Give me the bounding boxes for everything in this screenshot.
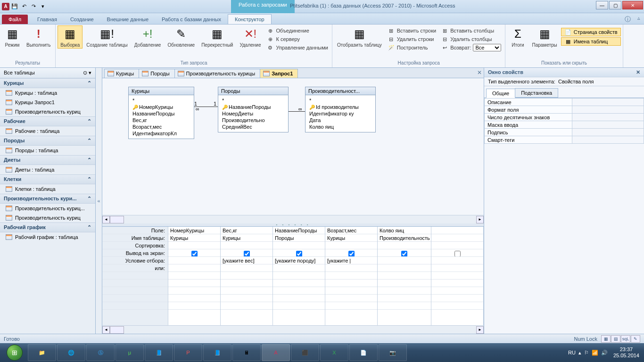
task-excel[interactable]: X: [320, 344, 348, 361]
table-names-button[interactable]: ▦Имена таблиц: [561, 37, 621, 46]
maketable-button[interactable]: ▦!Создание таблицы: [83, 25, 131, 49]
qat-more-icon[interactable]: ▾: [39, 2, 47, 11]
nav-item[interactable]: Производительность куриц...: [0, 204, 95, 213]
start-button[interactable]: ⊞: [2, 344, 27, 361]
nav-shutter-button[interactable]: «: [96, 68, 102, 334]
grid-column[interactable]: Вес,кг Курицы [укажите вес]: [221, 227, 273, 325]
parameters-button[interactable]: ▦Параметры: [529, 25, 560, 49]
doc-tab[interactable]: Производительность курицы: [174, 69, 261, 78]
grid-hscroll[interactable]: ◄ ►: [102, 325, 484, 334]
return-select[interactable]: Все: [473, 44, 501, 51]
show-checkbox[interactable]: [454, 251, 461, 257]
nav-item[interactable]: Курицы Запрос1: [0, 98, 95, 107]
ribbon-minimize-icon[interactable]: ▵: [637, 15, 640, 21]
prop-value[interactable]: [572, 129, 644, 136]
nav-item[interactable]: Клетки : таблица: [0, 184, 95, 194]
showtable-button[interactable]: ▦Отобразить таблицу: [334, 25, 385, 49]
scroll-left-icon[interactable]: ◄: [102, 216, 110, 223]
prop-tab-lookup[interactable]: Подстановка: [515, 88, 558, 98]
prop-value[interactable]: [572, 106, 644, 114]
help-icon[interactable]: ⓘ: [625, 15, 631, 24]
datasheet-view-button[interactable]: ▦: [601, 335, 611, 343]
tray-clock[interactable]: 23:37 25.05.2014: [611, 346, 642, 359]
file-tab[interactable]: Файл: [2, 15, 28, 24]
passthrough-button[interactable]: ⊕К серверу: [264, 35, 330, 43]
show-checkbox[interactable]: [296, 251, 302, 257]
grid-column[interactable]: [431, 227, 484, 325]
nav-group-header[interactable]: Производительность кури...⌃: [0, 194, 95, 204]
task-explorer[interactable]: 📁: [28, 344, 56, 361]
insert-cols-button[interactable]: ⊞Вставить столбцы: [439, 26, 503, 35]
view-button[interactable]: ▦ Режим: [2, 25, 23, 49]
run-button[interactable]: ! Выполнить: [24, 25, 53, 49]
property-sheet-button[interactable]: 📄Страница свойств: [561, 28, 621, 36]
maximize-button[interactable]: ▢: [609, 1, 621, 9]
table-box-kuritsy[interactable]: Курицы *🔑НомерКурицыНазваниеПородыВес,кг…: [128, 87, 194, 139]
task-calc[interactable]: 🖩: [232, 344, 261, 361]
relationship-diagram[interactable]: Курицы *🔑НомерКурицыНазваниеПородыВес,кг…: [102, 78, 484, 215]
doc-close-button[interactable]: ✕: [477, 69, 482, 76]
grid-column[interactable]: НазваниеПороды Породы [укажите породу]: [273, 227, 325, 325]
design-view-button[interactable]: sqL: [621, 335, 630, 343]
sql-view-button[interactable]: ▤: [611, 335, 620, 343]
delete-button[interactable]: ✕!Удаление: [237, 25, 264, 49]
nav-group-header[interactable]: Рабочий график⌃: [0, 222, 95, 232]
app-icon[interactable]: A: [2, 3, 9, 10]
nav-group-header[interactable]: Курицы⌃: [0, 78, 95, 88]
ddl-button[interactable]: ⚙Управление данными: [264, 43, 330, 52]
nav-dropdown-icon[interactable]: ⊙ ▾: [83, 70, 91, 76]
nav-item[interactable]: Производительность куриц: [0, 107, 95, 116]
design-view-button2[interactable]: ✎: [631, 335, 640, 343]
task-app3[interactable]: 📄: [349, 344, 378, 361]
delete-rows-button[interactable]: ⊟Удалить строки: [386, 35, 438, 43]
tray-up-icon[interactable]: ▴: [578, 350, 581, 356]
task-app1[interactable]: 📘: [145, 344, 173, 361]
scroll-right-icon[interactable]: ►: [476, 216, 484, 223]
table-box-proizvo[interactable]: Производительност... *🔑Id производителыИ…: [305, 87, 376, 132]
task-app2[interactable]: 📘: [203, 344, 231, 361]
append-button[interactable]: +!Добавление: [132, 25, 164, 49]
task-access[interactable]: A: [262, 344, 290, 361]
nav-item[interactable]: Курицы : таблица: [0, 88, 95, 98]
task-utorrent[interactable]: μ: [116, 344, 144, 361]
prop-value[interactable]: [572, 121, 644, 129]
nav-item[interactable]: Рабочий график : таблица: [0, 232, 95, 242]
nav-group-header[interactable]: Клетки⌃: [0, 174, 95, 184]
redo-icon[interactable]: ↷: [29, 2, 38, 11]
undo-icon[interactable]: ↶: [20, 2, 28, 11]
prop-tab-general[interactable]: Общие: [486, 89, 515, 98]
show-checkbox[interactable]: [244, 251, 250, 257]
nav-group-header[interactable]: Рабочие⌃: [0, 116, 95, 126]
tab-design[interactable]: Конструктор: [228, 14, 272, 24]
tab-dbtools[interactable]: Работа с базами данных: [155, 15, 228, 24]
tray-flag-icon[interactable]: ⚐: [584, 350, 589, 356]
scroll-thumb[interactable]: [110, 326, 124, 334]
totals-button[interactable]: ΣИтоги: [507, 25, 528, 49]
tab-home[interactable]: Главная: [31, 15, 64, 24]
minimize-button[interactable]: —: [596, 1, 608, 9]
prop-value[interactable]: [572, 136, 644, 144]
insert-rows-button[interactable]: ⊞Вставить строки: [386, 26, 438, 35]
nav-group-header[interactable]: Породы⌃: [0, 136, 95, 146]
builder-button[interactable]: 🪄Построитель: [386, 43, 438, 52]
grid-column[interactable]: Колво яиц Производительность: [378, 227, 431, 325]
close-button[interactable]: ✕: [622, 1, 643, 9]
grid-column[interactable]: НомерКурицы Курицы: [168, 227, 221, 325]
nav-header[interactable]: Все таблицы ⊙ ▾: [0, 68, 95, 78]
show-checkbox[interactable]: [191, 251, 198, 257]
nav-item[interactable]: Производительность куриц: [0, 213, 95, 222]
crosstab-button[interactable]: ▦Перекрестный: [198, 25, 236, 49]
tray-volume-icon[interactable]: 🔊: [601, 350, 608, 356]
prop-value[interactable]: [572, 99, 644, 106]
task-powerpoint[interactable]: P: [174, 344, 202, 361]
prop-value[interactable]: [572, 114, 644, 121]
scroll-thumb[interactable]: [110, 216, 124, 223]
scroll-right-icon[interactable]: ►: [476, 326, 484, 334]
tab-external[interactable]: Внешние данные: [100, 15, 155, 24]
doc-tab[interactable]: Курицы: [104, 69, 139, 78]
delete-cols-button[interactable]: ⊟Удалить столбцы: [439, 35, 503, 43]
union-button[interactable]: ⊕Объединение: [264, 26, 330, 35]
grid-column[interactable]: Возраст,мес Курицы [укажите |: [325, 227, 378, 325]
scroll-left-icon[interactable]: ◄: [102, 326, 110, 334]
task-chrome[interactable]: 🌐: [57, 344, 85, 361]
